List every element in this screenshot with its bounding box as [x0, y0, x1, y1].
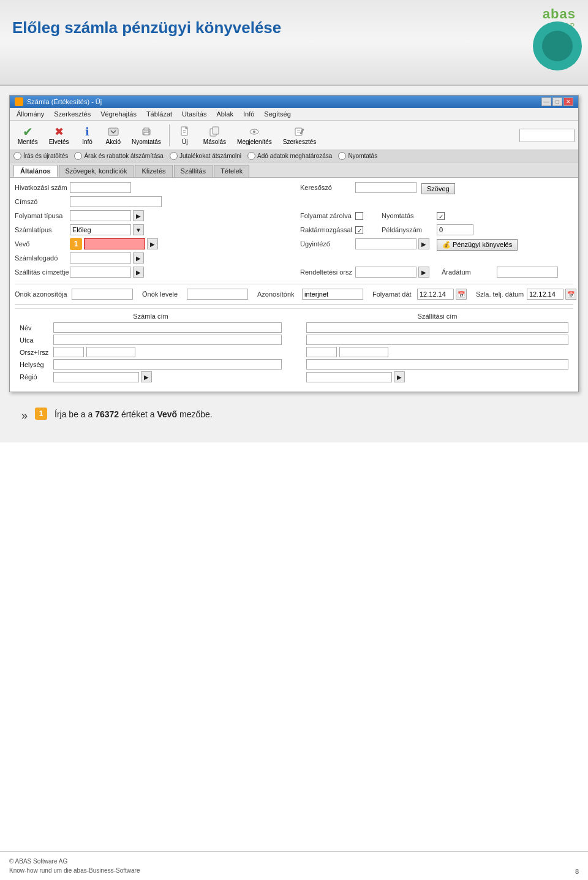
vevo-input[interactable]: [84, 238, 145, 249]
form-scroll-area[interactable]: Hivatkozási szám Keresőszó Szöveg: [10, 178, 578, 392]
szla-telj-input[interactable]: [527, 289, 564, 300]
tab-tetelek[interactable]: Tételek: [214, 165, 249, 177]
nyomtatas-radio[interactable]: [338, 152, 346, 160]
toolbar: ✔ Mentés ✖ Elvetés ℹ Infó: [10, 121, 578, 150]
regio-szallitasi-input[interactable]: [306, 372, 392, 382]
row-aradatum: Áradátum: [442, 266, 558, 278]
helyseg-szallitasi-input[interactable]: [306, 359, 568, 370]
onok-levele-input[interactable]: [187, 289, 248, 300]
close-button[interactable]: ✕: [564, 97, 573, 106]
toolbar-uj-label: Új: [182, 138, 187, 145]
window-controls[interactable]: — □ ✕: [541, 97, 573, 106]
folyamat-dat-group: Folyamat dát 📅: [372, 289, 467, 300]
tab-kfizetés[interactable]: Kfizetés: [135, 165, 172, 177]
utca-szallitasi-input[interactable]: [306, 335, 568, 345]
folyamat-tipusa-browse[interactable]: ▶: [133, 210, 144, 221]
form-row-folyamat: Folyamat típusa ▶ Folyamat zárolva: [15, 210, 573, 224]
orsz-szallitasi-input[interactable]: [306, 347, 337, 357]
regio-szallitasi-browse[interactable]: ▶: [394, 371, 405, 382]
menu-tablazat[interactable]: Táblázat: [143, 109, 176, 119]
arak-radio[interactable]: [74, 152, 82, 160]
menu-info[interactable]: Infó: [239, 109, 258, 119]
utca-szamla-input[interactable]: [53, 335, 282, 345]
ugyintező-group: ▶: [355, 238, 429, 249]
tab-szallitas[interactable]: Szállítás: [174, 165, 213, 177]
row-raktarmozgassal: Raktármozgással: [300, 224, 363, 236]
toolbar-dropdown[interactable]: [519, 129, 575, 142]
helyseg-szamla-row: Helység: [20, 359, 282, 370]
szoveg-button[interactable]: Szöveg: [421, 183, 455, 194]
toolbar-masolas-button[interactable]: Másolás: [199, 123, 230, 147]
vevo-browse[interactable]: ▶: [147, 238, 158, 249]
toolbar-separator-1: [169, 124, 170, 146]
ugyintező-input[interactable]: [355, 238, 417, 249]
szamlafogado-browse[interactable]: ▶: [133, 252, 144, 264]
nev-szallitasi-input[interactable]: [306, 322, 568, 333]
toolbar-megjelenites-button[interactable]: Megjelenítés: [233, 123, 276, 147]
jutalekok-radio[interactable]: [170, 152, 178, 160]
szla-telj-cal[interactable]: 📅: [565, 289, 576, 300]
menu-utasitas[interactable]: Utasítás: [178, 109, 210, 119]
irsz-szallitasi-input[interactable]: [339, 347, 388, 357]
row-ugyintező: Ügyintéző ▶: [300, 238, 429, 250]
folyamat-dat-cal[interactable]: 📅: [456, 289, 467, 300]
regio-szamla-browse[interactable]: ▶: [141, 371, 152, 382]
rendeltetesi-browse[interactable]: ▶: [418, 267, 429, 278]
rendeltetesi-orsz-input[interactable]: [355, 267, 417, 278]
helyseg-szamla-input[interactable]: [53, 359, 282, 370]
rendeltetesi-orsz-label: Rendeltetési orsz: [300, 268, 355, 276]
keresoszó-input[interactable]: [355, 182, 417, 193]
toolbar-elvetes-button[interactable]: ✖ Elvetés: [45, 123, 74, 147]
szamlatipus-browse[interactable]: ▼: [133, 224, 144, 235]
aradatum-input[interactable]: [497, 267, 558, 278]
menu-segitseg[interactable]: Segítség: [260, 109, 294, 119]
nev-label: Név: [20, 324, 53, 332]
menu-szerkesztes[interactable]: Szerkesztés: [50, 109, 94, 119]
menu-vegrehajtás[interactable]: Végrehajtás: [97, 109, 140, 119]
nyomtatas-checkbox[interactable]: [437, 212, 445, 220]
onok-azonositoja-input[interactable]: [72, 289, 133, 300]
szallitas-browse[interactable]: ▶: [133, 267, 144, 278]
window-title-area: Számla (Értékesítés) - Új: [15, 97, 102, 106]
toolbar-szerkesztes-label: Szerkesztés: [283, 138, 316, 145]
szamlatipus-input[interactable]: [70, 224, 131, 235]
tab-altalanos[interactable]: Általános: [13, 165, 58, 177]
toolbar-mentes-button[interactable]: ✔ Mentés: [13, 123, 42, 147]
maximize-button[interactable]: □: [552, 97, 562, 106]
penzugyi-konyvelés-button[interactable]: 💰Pénzügyi könyvelés: [437, 239, 518, 251]
toolbar-szerkesztes-button[interactable]: Szerkesztés: [279, 123, 320, 147]
edit-icon: [293, 125, 306, 138]
nev-szamla-row: Név: [20, 322, 282, 333]
col-szallitas-cimzettje: Szállítás címzettje ▶: [15, 266, 288, 280]
ado-radio[interactable]: [247, 152, 255, 160]
nev-szamla-input[interactable]: [53, 322, 282, 333]
folyamat-zarolva-checkbox[interactable]: [355, 212, 363, 220]
menu-ablak[interactable]: Ablak: [213, 109, 237, 119]
row-peldanyszam: Példányszám: [382, 224, 473, 236]
azonositonk-input[interactable]: [302, 289, 363, 300]
folyamat-dat-input[interactable]: [417, 289, 454, 300]
hivatkozasi-szam-input[interactable]: [70, 182, 131, 193]
regio-szamla-input[interactable]: [53, 372, 139, 382]
minimize-button[interactable]: —: [541, 97, 551, 106]
irsz-szamla-input[interactable]: [86, 347, 135, 357]
folyamat-tipusa-input[interactable]: [70, 210, 131, 221]
szallitas-cimzettje-input[interactable]: [70, 267, 131, 278]
menu-allomany[interactable]: Állomány: [13, 109, 48, 119]
szamlafogado-input[interactable]: [70, 252, 131, 264]
orsz-irsz-szallitasi-row: [306, 347, 568, 357]
iras-ujratoltés-radio[interactable]: [13, 152, 21, 160]
cimszo-input[interactable]: [70, 196, 162, 207]
orsz-szamla-input[interactable]: [53, 347, 84, 357]
toolbar-info-button[interactable]: ℹ Infó: [76, 123, 99, 147]
toolbar-akcio-button[interactable]: Akció: [102, 123, 125, 147]
toolbar-uj-button[interactable]: Új: [173, 123, 197, 147]
row-folyamat-tipusa: Folyamat típusa ▶: [15, 210, 288, 222]
ugyintező-browse[interactable]: ▶: [418, 238, 429, 249]
tab-szovegek[interactable]: Szövegek, kondíciók: [59, 165, 134, 177]
toolbar-elvetes-label: Elvetés: [49, 138, 69, 145]
raktarmozgassal-checkbox[interactable]: [355, 226, 363, 234]
szamla-cim-col: Számla cím Név Utca Ors: [20, 313, 282, 384]
toolbar-nyomtatas-button[interactable]: Nyomtatás: [127, 123, 165, 147]
peldanyszam-input[interactable]: [437, 224, 473, 235]
